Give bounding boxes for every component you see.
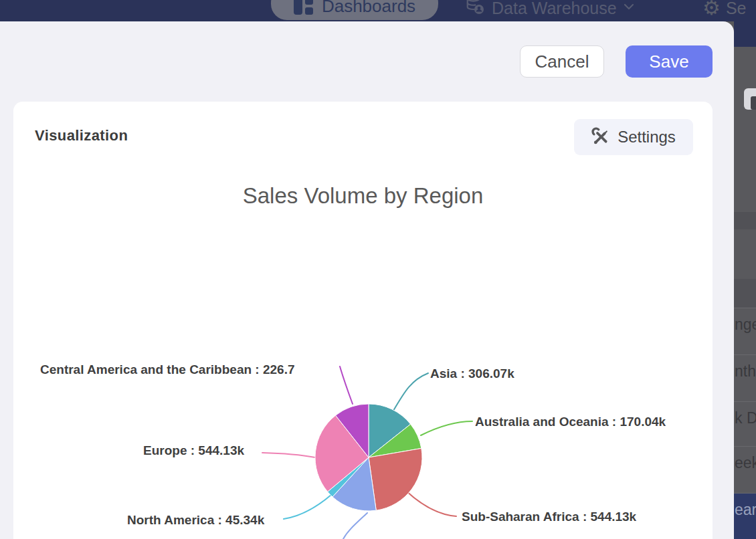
leader-line-sub-saharan: [407, 492, 456, 516]
dimmed-header-strip: [734, 21, 756, 47]
list-item-fragment: nth: [734, 354, 756, 401]
leader-line-central-america: [340, 366, 353, 404]
cancel-button[interactable]: Cancel: [520, 45, 604, 78]
leader-line-australia: [421, 421, 472, 435]
list-item-fragment: eek: [734, 446, 756, 493]
leader-line-europe: [262, 453, 315, 457]
pie-chart: [13, 102, 713, 539]
dimmed-band: [734, 279, 756, 308]
nav-settings-item[interactable]: ⚙ Se: [702, 0, 747, 21]
nav-settings-label-fragment: Se: [726, 0, 747, 18]
pie-label-australia: Australia and Oceania : 170.04k: [475, 415, 666, 429]
gear-icon: ⚙: [702, 0, 721, 18]
pie-label-north-america: North America : 45.34k: [127, 513, 264, 528]
pie-label-sub-saharan: Sub-Saharan Africa : 544.13k: [462, 510, 636, 524]
pie-slices-group: [315, 404, 422, 511]
list-item-fragment: nge: [734, 308, 756, 354]
leader-line-north-america: [284, 495, 331, 519]
pie-label-asia: Asia : 306.07k: [430, 366, 514, 381]
dimmed-button-inner-fragment: [751, 96, 756, 110]
dimmed-page-sliver: nge nth k D eek ear: [734, 21, 756, 539]
save-button[interactable]: Save: [626, 45, 713, 78]
top-navbar: Dashboards Data Warehouse ⚙ Se: [0, 0, 756, 21]
pie-slice-2[interactable]: [369, 448, 422, 510]
tab-dashboards-label: Dashboards: [322, 0, 415, 17]
edit-visualization-modal: Cancel Save Visualization Settings Sales…: [0, 21, 734, 539]
dashboard-grid-icon: [294, 0, 314, 15]
leader-line-offscreen: [343, 513, 367, 539]
pie-label-europe: Europe : 544.13k: [143, 443, 244, 458]
menu-data-warehouse[interactable]: Data Warehouse: [465, 0, 634, 21]
visualization-card: Visualization Settings Sales Volume by R…: [13, 102, 713, 539]
leader-line-asia: [393, 373, 428, 411]
menu-data-warehouse-label: Data Warehouse: [492, 0, 617, 18]
chevron-down-icon: [624, 1, 634, 13]
pie-label-central-america: Central America and the Caribbean : 226.…: [40, 362, 294, 377]
screen: Dashboards Data Warehouse ⚙ Se: [0, 0, 756, 539]
dimmed-band: [734, 212, 756, 229]
list-item-fragment: k D: [734, 401, 756, 446]
tab-dashboards[interactable]: Dashboards: [271, 0, 438, 20]
list-item-fragment-selected: ear: [734, 493, 756, 539]
database-user-icon: [465, 0, 485, 18]
